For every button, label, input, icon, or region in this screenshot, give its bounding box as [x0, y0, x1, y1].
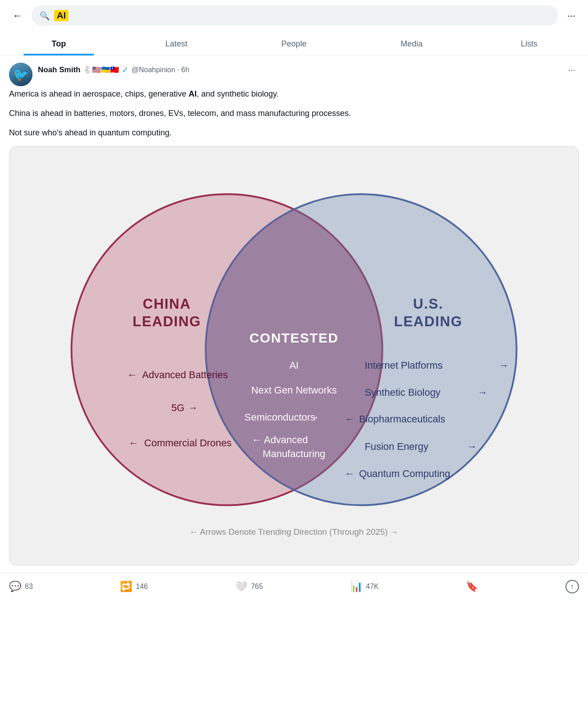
svg-text:Manufacturing: Manufacturing	[263, 448, 326, 459]
retweet-count: 146	[136, 583, 148, 591]
svg-text:←  Advanced: ← Advanced	[252, 434, 308, 445]
tab-top[interactable]: Top	[0, 31, 118, 55]
tweet-meta: Noah Smith 🐇🇺🇸🇺🇦🇹🇼 ✓ @Noahpinion · 6h ··…	[38, 63, 579, 77]
svg-text:←: ←	[345, 468, 355, 479]
svg-text:U.S.: U.S.	[413, 296, 443, 312]
venn-diagram-card: CHINA LEADING U.S. LEADING CONTESTED ← A…	[9, 146, 579, 565]
reply-count: 63	[25, 583, 33, 591]
venn-svg: CHINA LEADING U.S. LEADING CONTESTED ← A…	[18, 160, 570, 556]
svg-text:CHINA: CHINA	[142, 296, 191, 312]
bookmark-action[interactable]: 🔖	[466, 581, 478, 593]
author-name: Noah Smith	[38, 65, 80, 74]
tweet-body: America is ahead in aerospace, chips, ge…	[9, 88, 579, 565]
reply-icon: 💬	[9, 581, 21, 593]
handle-time: @Noahpinion · 6h	[131, 66, 189, 74]
tweet-more-button[interactable]: ···	[564, 63, 579, 77]
retweet-icon: 🔁	[120, 581, 132, 593]
views-icon: 📊	[350, 581, 363, 593]
tweet-line-3: Not sure who's ahead in quantum computin…	[9, 127, 579, 139]
like-icon: 🤍	[235, 581, 247, 593]
tab-media[interactable]: Media	[353, 31, 470, 55]
tweet-bold-ai: AI	[188, 89, 197, 98]
svg-text:Fusion Energy: Fusion Energy	[365, 441, 428, 452]
tab-bar: Top Latest People Media Lists	[0, 31, 588, 56]
back-button[interactable]: ←	[9, 6, 26, 25]
svg-text:Semiconductors: Semiconductors	[244, 412, 315, 423]
svg-text:CONTESTED: CONTESTED	[249, 330, 339, 345]
tweet-meta-left: Noah Smith 🐇🇺🇸🇺🇦🇹🇼 ✓ @Noahpinion · 6h	[38, 65, 189, 75]
views-action[interactable]: 📊 47K	[350, 581, 379, 593]
svg-text:→: →	[188, 402, 198, 413]
reply-action[interactable]: 💬 63	[9, 581, 33, 593]
svg-text:→: →	[309, 412, 319, 423]
svg-text:Next Gen Networks: Next Gen Networks	[251, 384, 337, 396]
svg-text:→: →	[478, 387, 487, 398]
svg-text:←   Arrows Denote Trending Dir: ← Arrows Denote Trending Direction (Thro…	[189, 527, 398, 537]
avatar	[9, 63, 32, 86]
header: ← 🔍 AI ···	[0, 0, 588, 31]
views-count: 47K	[366, 583, 379, 591]
svg-text:Advanced Batteries: Advanced Batteries	[142, 369, 228, 380]
share-icon: ↑	[565, 580, 579, 593]
svg-text:Biopharmaceuticals: Biopharmaceuticals	[359, 413, 445, 425]
share-action[interactable]: ↑	[565, 580, 579, 593]
search-icon: 🔍	[40, 11, 50, 21]
svg-text:→: →	[467, 441, 477, 452]
bookmark-icon: 🔖	[466, 581, 478, 593]
venn-svg-wrap: CHINA LEADING U.S. LEADING CONTESTED ← A…	[18, 160, 570, 556]
tab-latest[interactable]: Latest	[118, 31, 235, 55]
verified-badge: ✓	[122, 65, 129, 75]
tweet-line-2: China is ahead in batteries, motors, dro…	[9, 107, 579, 120]
tab-lists[interactable]: Lists	[470, 31, 588, 55]
svg-text:→: →	[499, 360, 509, 371]
tweet: Noah Smith 🐇🇺🇸🇺🇦🇹🇼 ✓ @Noahpinion · 6h ··…	[0, 56, 588, 573]
svg-text:5G: 5G	[171, 402, 184, 413]
venn-container: CHINA LEADING U.S. LEADING CONTESTED ← A…	[9, 147, 579, 565]
svg-text:LEADING: LEADING	[133, 314, 201, 329]
svg-text:AI: AI	[289, 360, 299, 371]
svg-text:Commercial Drones: Commercial Drones	[144, 437, 232, 449]
svg-text:Synthetic Biology: Synthetic Biology	[365, 387, 441, 398]
more-button[interactable]: ···	[564, 6, 579, 25]
search-query-highlight: AI	[54, 10, 69, 21]
svg-text:LEADING: LEADING	[394, 314, 463, 329]
tab-people[interactable]: People	[235, 31, 353, 55]
like-count: 765	[251, 583, 263, 591]
tweet-line-1: America is ahead in aerospace, chips, ge…	[9, 88, 579, 100]
like-action[interactable]: 🤍 765	[235, 581, 263, 593]
retweet-action[interactable]: 🔁 146	[120, 581, 148, 593]
svg-text:Quantum Computing: Quantum Computing	[359, 468, 450, 479]
search-bar[interactable]: 🔍 AI	[32, 5, 558, 26]
tweet-header: Noah Smith 🐇🇺🇸🇺🇦🇹🇼 ✓ @Noahpinion · 6h ··…	[9, 63, 579, 86]
svg-text:←: ←	[129, 437, 138, 449]
svg-text:←: ←	[127, 369, 137, 380]
tweet-actions: 💬 63 🔁 146 🤍 765 📊 47K 🔖 ↑	[0, 573, 588, 600]
author-emojis: 🐇🇺🇸🇺🇦🇹🇼	[83, 65, 119, 74]
svg-text:Internet Platforms: Internet Platforms	[365, 360, 443, 371]
svg-text:←: ←	[345, 413, 355, 425]
